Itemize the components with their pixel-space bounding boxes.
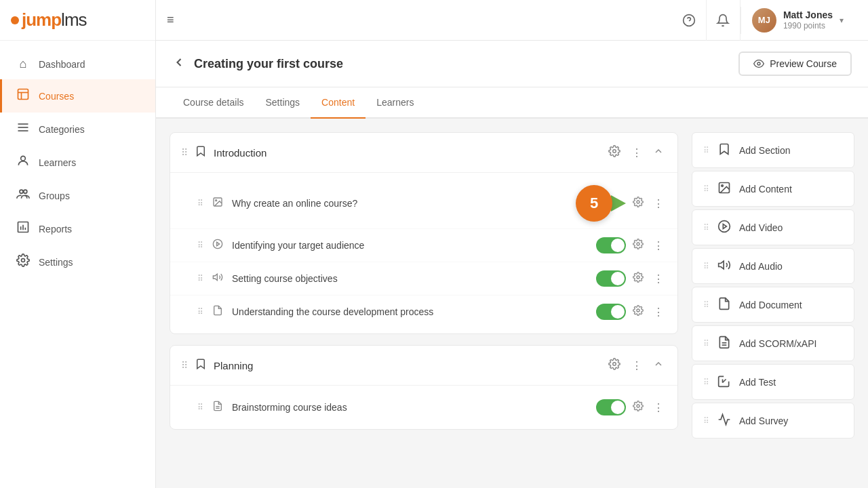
section-planning: ⠿ Planning ⋮ xyxy=(170,345,678,430)
section-settings-button[interactable] xyxy=(606,142,623,163)
sidebar-label-settings: Settings xyxy=(39,257,73,268)
main-layout: ⠿ Introduction ⋮ xyxy=(156,119,868,488)
reports-icon xyxy=(16,220,31,237)
top-bar: ≡ MJ Matt Jones 1990 points xyxy=(156,0,868,41)
item-actions: ⋮ xyxy=(596,302,667,321)
top-bar-left: ≡ xyxy=(156,7,185,33)
item-drag-handle[interactable]: ⠿ xyxy=(197,199,203,208)
tab-learners[interactable]: Learners xyxy=(366,87,425,119)
item-drag-handle[interactable]: ⠿ xyxy=(197,274,203,283)
item-toggle[interactable] xyxy=(596,304,626,320)
add-audio-label: Add Audio xyxy=(739,261,783,272)
list-icon xyxy=(210,401,225,414)
sidebar: jumplms ⌂ Dashboard Courses Categories xyxy=(0,0,156,488)
item-title: Brainstorming course ideas xyxy=(232,402,589,413)
item-settings-button[interactable] xyxy=(630,398,646,417)
item-more-button[interactable]: ⋮ xyxy=(650,399,667,417)
logo: jumplms xyxy=(22,9,87,30)
add-section-button[interactable]: ⠿ Add Section xyxy=(692,132,854,168)
sidebar-item-categories[interactable]: Categories xyxy=(0,113,155,146)
add-content-label: Add Content xyxy=(739,184,792,195)
section-introduction: ⠿ Introduction ⋮ xyxy=(170,132,678,334)
item-actions: 5 ⋮ xyxy=(576,185,667,222)
add-test-icon xyxy=(717,374,731,390)
svg-marker-22 xyxy=(217,242,220,245)
item-title: Why create an online course? xyxy=(232,198,569,209)
add-video-icon xyxy=(717,220,731,235)
sidebar-item-settings[interactable]: Settings xyxy=(0,245,155,279)
item-settings-button[interactable] xyxy=(630,269,646,288)
settings-nav-icon xyxy=(16,253,31,270)
user-menu[interactable]: MJ Matt Jones 1990 points ▾ xyxy=(741,8,854,33)
course-content: ⠿ Introduction ⋮ xyxy=(170,132,678,474)
logo-area: jumplms xyxy=(0,0,155,41)
tab-content[interactable]: Content xyxy=(311,87,366,119)
section-collapse-button[interactable] xyxy=(650,143,667,162)
drag-dots-icon: ⠿ xyxy=(703,223,709,232)
item-toggle[interactable] xyxy=(596,237,626,253)
add-audio-button[interactable]: ⠿ Add Audio xyxy=(692,248,854,284)
section-planning-header: ⠿ Planning ⋮ xyxy=(170,346,677,386)
add-content-button[interactable]: ⠿ Add Content xyxy=(692,171,854,207)
add-content-icon xyxy=(717,181,731,197)
notifications-button[interactable] xyxy=(707,0,741,41)
item-settings-button[interactable] xyxy=(630,236,646,255)
add-scorm-button[interactable]: ⠿ Add SCORM/xAPI xyxy=(692,325,854,361)
play-icon xyxy=(210,239,225,252)
item-toggle[interactable] xyxy=(596,270,626,287)
item-actions: ⋮ xyxy=(596,269,667,288)
section-settings-button[interactable] xyxy=(606,355,623,375)
preview-course-button[interactable]: Preview Course xyxy=(738,52,852,76)
help-button[interactable] xyxy=(673,0,707,41)
section-drag-handle[interactable]: ⠿ xyxy=(181,147,188,158)
add-video-label: Add Video xyxy=(739,222,783,233)
add-video-button[interactable]: ⠿ Add Video xyxy=(692,209,854,245)
section-introduction-header: ⠿ Introduction ⋮ xyxy=(170,133,677,173)
section-more-button[interactable]: ⋮ xyxy=(629,357,645,375)
doc-icon xyxy=(210,305,225,319)
item-more-button[interactable]: ⋮ xyxy=(650,195,667,213)
sidebar-item-groups[interactable]: Groups xyxy=(0,179,155,212)
add-survey-label: Add Survey xyxy=(739,415,788,426)
section-introduction-items: ⠿ Why create an online course? 5 xyxy=(170,173,677,333)
item-drag-handle[interactable]: ⠿ xyxy=(197,403,203,412)
item-more-button[interactable]: ⋮ xyxy=(650,237,667,255)
add-test-button[interactable]: ⠿ Add Test xyxy=(692,364,854,400)
svg-point-27 xyxy=(613,363,616,366)
sidebar-item-courses[interactable]: Courses xyxy=(0,79,155,113)
sidebar-item-reports[interactable]: Reports xyxy=(0,212,155,245)
svg-marker-24 xyxy=(213,274,217,280)
badge-arrow xyxy=(611,195,626,211)
tab-settings[interactable]: Settings xyxy=(255,87,311,119)
add-section-label: Add Section xyxy=(739,145,791,156)
groups-icon xyxy=(16,187,31,204)
item-toggle[interactable] xyxy=(596,399,626,415)
content-item: ⠿ Understanding the course development p… xyxy=(170,296,677,328)
add-document-button[interactable]: ⠿ Add Document xyxy=(692,287,854,323)
item-more-button[interactable]: ⋮ xyxy=(650,303,667,321)
sidebar-item-learners[interactable]: Learners xyxy=(0,146,155,179)
back-button[interactable] xyxy=(172,56,186,73)
add-survey-button[interactable]: ⠿ Add Survey xyxy=(692,403,854,439)
add-document-label: Add Document xyxy=(739,300,802,310)
item-drag-handle[interactable]: ⠿ xyxy=(197,307,203,317)
tab-course-details[interactable]: Course details xyxy=(172,87,255,119)
section-planning-title: Planning xyxy=(214,360,599,371)
item-more-button[interactable]: ⋮ xyxy=(650,270,667,288)
svg-point-21 xyxy=(213,239,222,248)
section-collapse-button[interactable] xyxy=(650,356,667,375)
section-more-button[interactable]: ⋮ xyxy=(629,144,645,162)
item-settings-button[interactable] xyxy=(630,302,646,321)
svg-point-6 xyxy=(21,156,26,161)
svg-marker-35 xyxy=(719,261,724,269)
svg-point-13 xyxy=(22,259,25,262)
hamburger-button[interactable]: ≡ xyxy=(156,7,185,33)
add-document-icon xyxy=(717,297,731,312)
sidebar-item-dashboard[interactable]: ⌂ Dashboard xyxy=(0,49,155,79)
section-drag-handle[interactable]: ⠿ xyxy=(181,360,188,371)
content-item: ⠿ Brainstorming course ideas xyxy=(170,391,677,424)
item-drag-handle[interactable]: ⠿ xyxy=(197,241,203,250)
item-settings-button[interactable] xyxy=(630,194,646,213)
user-points: 1990 points xyxy=(783,21,833,32)
bookmark-icon xyxy=(195,358,207,373)
